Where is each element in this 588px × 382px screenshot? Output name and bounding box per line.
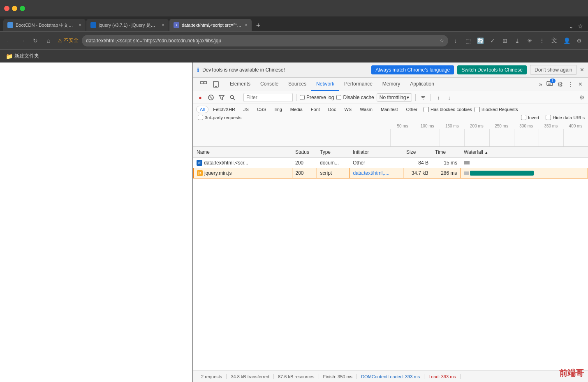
- downloads-button[interactable]: ↓: [450, 35, 461, 46]
- export-button[interactable]: ↓: [445, 93, 453, 102]
- record-button[interactable]: ●: [196, 93, 204, 102]
- tab-network[interactable]: Network: [311, 78, 339, 91]
- switch-to-chinese-button[interactable]: Switch DevTools to Chinese: [457, 65, 527, 74]
- col-waterfall[interactable]: Waterfall: [461, 147, 588, 158]
- third-party-group[interactable]: 3rd-party requests: [198, 115, 241, 120]
- search-icon-button[interactable]: [228, 93, 236, 102]
- filter-media[interactable]: Media: [287, 106, 306, 113]
- extra-button[interactable]: ⋮: [536, 35, 548, 46]
- hide-data-urls-checkbox[interactable]: [546, 115, 551, 120]
- forward-button[interactable]: →: [16, 35, 28, 46]
- home-button[interactable]: ⌂: [43, 35, 54, 46]
- filter-all[interactable]: All: [196, 106, 208, 113]
- col-time[interactable]: Time: [432, 147, 461, 158]
- tab-pin-button[interactable]: ☆: [576, 21, 585, 31]
- col-status[interactable]: Status: [292, 147, 317, 158]
- disable-cache-checkbox[interactable]: [336, 95, 341, 100]
- filter-input[interactable]: [243, 93, 293, 102]
- preserve-log-checkbox[interactable]: [300, 95, 305, 100]
- sun-button[interactable]: ☀: [524, 35, 535, 46]
- always-match-language-button[interactable]: Always match Chrome's language: [371, 65, 454, 74]
- filter-ws[interactable]: WS: [340, 106, 355, 113]
- col-name[interactable]: Name: [193, 147, 292, 158]
- address-bar[interactable]: data:text/html,<script src="https://cdn.…: [82, 35, 448, 46]
- tab-console[interactable]: Console: [255, 78, 283, 91]
- check-button[interactable]: ✓: [487, 35, 498, 46]
- col-type[interactable]: Type: [317, 147, 350, 158]
- filter-font[interactable]: Font: [307, 106, 324, 113]
- new-tab-button[interactable]: +: [252, 20, 264, 31]
- col-initiator[interactable]: Initiator: [350, 147, 403, 158]
- filter-js[interactable]: JS: [240, 106, 252, 113]
- third-party-checkbox[interactable]: [198, 115, 203, 120]
- tab-sources[interactable]: Sources: [283, 78, 311, 91]
- throttle-label: No throttling: [380, 95, 406, 100]
- status-bar: 2 requests 34.8 kB transferred 87.6 kB r…: [193, 370, 588, 382]
- has-blocked-cookies-checkbox[interactable]: [424, 107, 429, 112]
- invert-checkbox[interactable]: [521, 115, 526, 120]
- warning-text: 不安全: [64, 37, 79, 44]
- tab-elements[interactable]: Elements: [225, 78, 255, 91]
- browser-tab-1[interactable]: BootCDN - Bootstrap 中文网开... ×: [3, 19, 86, 31]
- close-button[interactable]: [4, 6, 9, 11]
- extensions-button[interactable]: ⬚: [462, 35, 474, 46]
- invert-group[interactable]: Invert: [521, 115, 539, 120]
- filter-fetch-xhr[interactable]: Fetch/XHR: [209, 106, 239, 113]
- table-row[interactable]: js jquery.min.js 200 script data:text/ht…: [193, 168, 588, 178]
- tab-performance[interactable]: Performance: [339, 78, 377, 91]
- settings-button[interactable]: ⚙: [573, 35, 585, 46]
- col-size[interactable]: Size: [403, 147, 432, 158]
- blocked-requests-group[interactable]: Blocked Requests: [475, 107, 518, 112]
- initiator-link-2[interactable]: data:text/html,....: [353, 170, 390, 176]
- filter-img[interactable]: Img: [271, 106, 286, 113]
- preserve-log-checkbox-group[interactable]: Preserve log: [300, 95, 334, 100]
- network-table-container[interactable]: Name Status Type Initiator Size: [193, 147, 588, 370]
- sync-button[interactable]: 🔄: [475, 35, 486, 46]
- maximize-button[interactable]: [20, 6, 25, 11]
- filter-icon-button[interactable]: [218, 93, 226, 102]
- blocked-requests-checkbox[interactable]: [475, 107, 480, 112]
- filter-wasm[interactable]: Wasm: [356, 106, 376, 113]
- throttle-select[interactable]: No throttling ▾: [377, 93, 412, 102]
- disable-cache-checkbox-group[interactable]: Disable cache: [336, 95, 374, 100]
- clear-button[interactable]: [207, 93, 215, 102]
- filter-manifest[interactable]: Manifest: [377, 106, 402, 113]
- bookmark-icon[interactable]: ☆: [440, 38, 444, 44]
- tab-memory[interactable]: Memory: [377, 78, 405, 91]
- import-button[interactable]: ↑: [434, 93, 442, 102]
- back-button[interactable]: ←: [3, 35, 15, 46]
- table-row[interactable]: d data:text/html,<scr... 200 docum... Ot…: [193, 158, 588, 168]
- device-tool-button[interactable]: [211, 79, 221, 89]
- network-settings-button[interactable]: ⚙: [579, 94, 585, 101]
- bookmark-folder[interactable]: 📁 新建文件夹: [3, 51, 42, 61]
- hide-data-urls-group[interactable]: Hide data URLs: [546, 115, 585, 120]
- ruler-label-5: 300 ms: [514, 124, 539, 128]
- dont-show-again-button[interactable]: Don't show again: [530, 65, 577, 75]
- devtools-close-button[interactable]: ×: [576, 81, 585, 88]
- filter-css[interactable]: CSS: [253, 106, 270, 113]
- profile-button[interactable]: 👤: [561, 35, 572, 46]
- filter-doc[interactable]: Doc: [324, 106, 340, 113]
- tab-close-2[interactable]: ×: [162, 22, 164, 28]
- has-blocked-cookies-group[interactable]: Has blocked cookies: [424, 107, 472, 112]
- grid-button[interactable]: ⊞: [499, 35, 511, 46]
- translate-button[interactable]: 文: [549, 35, 560, 46]
- notification-close-button[interactable]: ×: [580, 66, 584, 74]
- tab-close-1[interactable]: ×: [79, 22, 81, 28]
- browser-tab-3[interactable]: i data:text/html,<script src="*ht... ×: [169, 19, 252, 31]
- devtools-more-button[interactable]: ⋮: [565, 81, 576, 88]
- chat-button[interactable]: 1: [545, 79, 555, 89]
- filter-other[interactable]: Other: [402, 106, 421, 113]
- download2-button[interactable]: ⤓: [512, 35, 523, 46]
- refresh-button[interactable]: ↻: [30, 35, 41, 46]
- more-tabs-button[interactable]: »: [537, 81, 545, 88]
- tab-close-3[interactable]: ×: [245, 22, 248, 28]
- title-bar: [0, 0, 588, 16]
- tab-overflow-button[interactable]: ⌄: [567, 21, 575, 31]
- tab-label-3: data:text/html,<script src="*ht...: [182, 23, 242, 28]
- cursor-tool-button[interactable]: [199, 79, 208, 89]
- minimize-button[interactable]: [12, 6, 17, 11]
- browser-tab-2[interactable]: jquery (v3.7.1) - jQuery 是一个... ×: [86, 19, 169, 31]
- devtools-settings-button[interactable]: ⚙: [555, 81, 565, 88]
- tab-application[interactable]: Application: [405, 78, 439, 91]
